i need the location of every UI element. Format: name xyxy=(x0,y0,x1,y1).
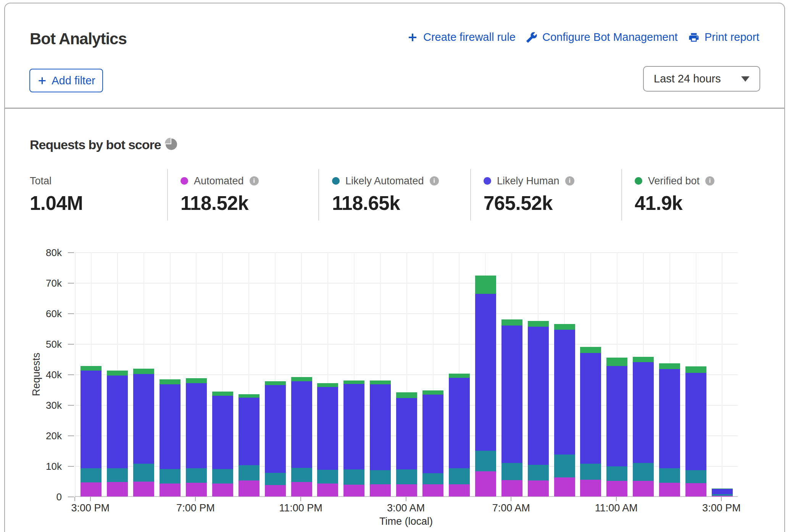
bar-segment-automated[interactable] xyxy=(449,484,470,497)
bar-segment-verified-bot[interactable] xyxy=(501,319,522,326)
stacked-bar[interactable] xyxy=(606,358,627,497)
bar-segment-likely-automated[interactable] xyxy=(396,469,417,484)
bar-segment-verified-bot[interactable] xyxy=(186,378,207,383)
bar-segment-verified-bot[interactable] xyxy=(343,380,364,384)
bar-segment-verified-bot[interactable] xyxy=(133,369,154,374)
stacked-bar[interactable] xyxy=(528,321,549,497)
stacked-bar[interactable] xyxy=(422,390,443,497)
bar-segment-verified-bot[interactable] xyxy=(160,379,181,384)
bar-segment-verified-bot[interactable] xyxy=(475,276,496,294)
bar-segment-likely-automated[interactable] xyxy=(475,451,496,471)
bar-segment-automated[interactable] xyxy=(133,482,154,497)
bar-segment-verified-bot[interactable] xyxy=(291,377,312,381)
stacked-bar[interactable] xyxy=(370,380,391,497)
create-firewall-rule-link[interactable]: Create firewall rule xyxy=(407,31,516,44)
bar-segment-likely-human[interactable] xyxy=(554,330,575,455)
stacked-bar[interactable] xyxy=(633,357,654,497)
stacked-bar[interactable] xyxy=(107,371,128,497)
bar-segment-automated[interactable] xyxy=(712,496,733,497)
bar-segment-automated[interactable] xyxy=(291,482,312,497)
bar-segment-automated[interactable] xyxy=(265,485,286,497)
bar-segment-verified-bot[interactable] xyxy=(212,392,233,396)
bar-segment-likely-automated[interactable] xyxy=(160,469,181,484)
bar-segment-verified-bot[interactable] xyxy=(528,321,549,327)
bar-segment-verified-bot[interactable] xyxy=(422,390,443,394)
stacked-bar[interactable] xyxy=(317,383,338,497)
bar-segment-automated[interactable] xyxy=(606,481,627,497)
bar-segment-automated[interactable] xyxy=(239,480,260,497)
bar-segment-automated[interactable] xyxy=(160,484,181,497)
bar-segment-likely-human[interactable] xyxy=(580,353,601,464)
bar-segment-likely-human[interactable] xyxy=(396,398,417,469)
bar-segment-verified-bot[interactable] xyxy=(239,394,260,398)
bar-segment-automated[interactable] xyxy=(554,477,575,497)
bar-segment-likely-human[interactable] xyxy=(239,398,260,465)
bar-segment-likely-automated[interactable] xyxy=(422,473,443,484)
bar-segment-likely-automated[interactable] xyxy=(528,465,549,481)
bar-segment-verified-bot[interactable] xyxy=(659,363,680,369)
bar-segment-verified-bot[interactable] xyxy=(606,358,627,366)
stacked-bar[interactable] xyxy=(265,381,286,497)
bar-segment-likely-automated[interactable] xyxy=(501,463,522,480)
bar-segment-likely-human[interactable] xyxy=(501,326,522,463)
bar-segment-automated[interactable] xyxy=(107,482,128,497)
bar-segment-automated[interactable] xyxy=(528,480,549,497)
bar-segment-likely-human[interactable] xyxy=(343,384,364,469)
bar-segment-automated[interactable] xyxy=(317,484,338,497)
bar-segment-automated[interactable] xyxy=(580,480,601,497)
bar-segment-likely-human[interactable] xyxy=(212,396,233,469)
bar-segment-verified-bot[interactable] xyxy=(370,380,391,384)
bar-segment-likely-automated[interactable] xyxy=(212,469,233,484)
bar-segment-verified-bot[interactable] xyxy=(685,366,706,373)
bar-segment-automated[interactable] xyxy=(633,481,654,497)
bar-segment-verified-bot[interactable] xyxy=(633,357,654,362)
bar-segment-likely-automated[interactable] xyxy=(606,466,627,481)
add-filter-button[interactable]: Add filter xyxy=(29,69,103,92)
bar-segment-likely-automated[interactable] xyxy=(633,463,654,481)
bar-segment-verified-bot[interactable] xyxy=(554,324,575,330)
bar-segment-automated[interactable] xyxy=(659,483,680,497)
bar-segment-likely-human[interactable] xyxy=(107,376,128,468)
bar-segment-verified-bot[interactable] xyxy=(107,371,128,376)
stacked-bar[interactable] xyxy=(343,380,364,497)
stacked-bar[interactable] xyxy=(396,392,417,497)
bar-segment-automated[interactable] xyxy=(370,484,391,497)
stacked-bar[interactable] xyxy=(685,366,706,497)
bar-segment-verified-bot[interactable] xyxy=(580,347,601,353)
stacked-bar[interactable] xyxy=(449,374,470,497)
time-range-select[interactable]: Last 24 hours xyxy=(643,66,760,92)
bar-segment-likely-human[interactable] xyxy=(528,327,549,465)
bar-segment-likely-automated[interactable] xyxy=(685,470,706,483)
stacked-bar[interactable] xyxy=(133,369,154,497)
stacked-bar[interactable] xyxy=(712,488,733,497)
bar-segment-verified-bot[interactable] xyxy=(317,383,338,387)
configure-bot-management-link[interactable]: Configure Bot Management xyxy=(526,31,678,44)
stacked-bar[interactable] xyxy=(580,347,601,497)
bar-segment-verified-bot[interactable] xyxy=(81,366,102,371)
bar-segment-automated[interactable] xyxy=(422,484,443,497)
bar-segment-likely-automated[interactable] xyxy=(554,455,575,477)
bar-segment-likely-human[interactable] xyxy=(659,369,680,469)
info-icon[interactable]: i xyxy=(430,176,439,185)
bar-segment-likely-human[interactable] xyxy=(81,371,102,468)
info-icon[interactable]: i xyxy=(565,176,574,185)
stacked-bar[interactable] xyxy=(501,319,522,497)
bar-segment-likely-human[interactable] xyxy=(685,373,706,470)
bar-segment-likely-automated[interactable] xyxy=(449,468,470,484)
bar-segment-likely-automated[interactable] xyxy=(81,468,102,482)
bar-segment-likely-automated[interactable] xyxy=(133,464,154,482)
bar-segment-likely-human[interactable] xyxy=(422,395,443,473)
bar-segment-likely-automated[interactable] xyxy=(317,470,338,484)
bar-segment-verified-bot[interactable] xyxy=(396,392,417,398)
bar-segment-likely-automated[interactable] xyxy=(186,468,207,483)
bar-segment-likely-human[interactable] xyxy=(133,374,154,464)
bar-segment-automated[interactable] xyxy=(186,483,207,497)
bar-segment-likely-human[interactable] xyxy=(475,294,496,451)
bar-segment-automated[interactable] xyxy=(501,480,522,497)
stacked-bar[interactable] xyxy=(475,276,496,497)
stacked-bar[interactable] xyxy=(291,377,312,497)
bar-segment-automated[interactable] xyxy=(685,483,706,497)
info-icon[interactable]: i xyxy=(250,176,259,185)
bar-segment-automated[interactable] xyxy=(81,482,102,497)
bar-segment-likely-human[interactable] xyxy=(712,489,733,494)
